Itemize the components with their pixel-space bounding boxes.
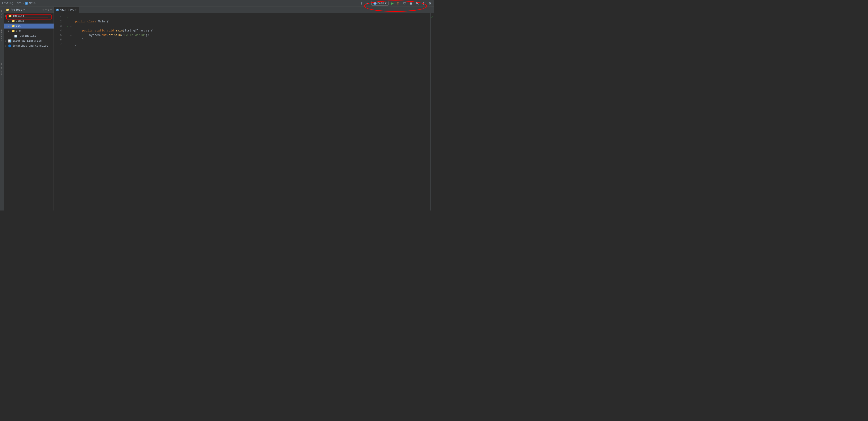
vcs-update-button[interactable]: ⬆ <box>360 1 364 6</box>
project-tab-label[interactable]: Project <box>0 7 4 19</box>
src-folder-icon: 📁 <box>11 29 15 33</box>
line-numbers: 1 2 3 4 5 6 7 <box>54 13 65 210</box>
run-configuration[interactable]: M Main ▼ <box>371 1 389 6</box>
tree-item-external-libs[interactable]: ▶ 📊 External Libraries <box>4 38 54 44</box>
project-tree: ▼ 📁 Testing ▶ 📁 .idea ▶ 📁 out <box>4 13 54 210</box>
iml-file-icon: 📄 <box>14 35 17 37</box>
bookmarks-tab-label[interactable]: Bookmarks <box>0 61 4 76</box>
breadcrumb-project[interactable]: Testing <box>2 2 13 5</box>
run-config-icon: M <box>373 2 377 5</box>
bookmark-gutter: ◇ ◇ <box>70 13 72 210</box>
java-tab-icon: M <box>56 8 59 11</box>
idea-arrow: ▶ <box>8 20 10 22</box>
scratches-label: Scratches and Consoles <box>12 45 48 48</box>
breadcrumb-file[interactable]: Main <box>29 2 35 5</box>
bm-1 <box>70 15 72 20</box>
src-label: src <box>16 29 21 33</box>
line-num-1: 1 <box>54 15 63 20</box>
tree-item-testing[interactable]: ▼ 📁 Testing <box>4 13 54 19</box>
line-num-3: 3 <box>54 24 63 29</box>
idea-folder-icon: 📁 <box>11 19 15 23</box>
bm-5: ◇ <box>70 33 72 37</box>
code-editor[interactable]: 1 2 3 4 5 6 7 ▶ ▶ ▶ ▶ ▶ ▶ ▶ <box>54 13 434 210</box>
line-num-5: 5 <box>54 33 63 37</box>
debug-button[interactable]: ⚙ <box>396 1 401 6</box>
out-arrow: ▶ <box>8 25 10 27</box>
src-arrow: ▶ <box>8 30 10 32</box>
side-panel-tabs: Project Structure Bookmarks <box>0 7 4 210</box>
out-label: out <box>16 24 21 28</box>
editor-tab-label: Main.java <box>60 8 74 11</box>
run-button[interactable]: ▶ <box>390 1 395 6</box>
folder-icon: 📁 <box>6 8 9 11</box>
testing-arrow: ▼ <box>5 15 7 18</box>
project-panel-title: Project <box>11 8 22 11</box>
project-panel: 📁 Project ▼ ⊕ ≡ ⚙ — ▼ 📁 Testing <box>4 7 54 210</box>
idea-label: .idea <box>16 20 24 23</box>
run-gutter: ▶ ▶ ▶ ▶ ▶ ▶ ▶ <box>65 13 70 210</box>
scroll-to-source-icon[interactable]: ⊕ <box>42 8 44 11</box>
testing-label: Testing <box>13 15 24 18</box>
stop-button[interactable]: ⏹ <box>408 1 413 6</box>
project-dropdown-icon: ▼ <box>23 8 25 11</box>
ext-libs-label: External Libraries <box>12 39 42 43</box>
breadcrumb-sep1: › <box>14 2 16 5</box>
right-gutter: ✓ <box>430 13 434 210</box>
editor-area: M Main.java ✕ 1 2 3 4 5 6 7 <box>54 7 434 210</box>
structure-tab-label[interactable]: Structure <box>0 28 4 43</box>
tree-item-scratches[interactable]: ▶ 🔵 Scratches and Consoles <box>4 44 54 49</box>
run-config-label: Main <box>377 2 384 5</box>
run-config-dropdown-icon: ▼ <box>385 2 386 5</box>
tab-close-icon[interactable]: ✕ <box>75 8 76 11</box>
ext-libs-icon: 📊 <box>8 39 11 43</box>
out-folder-icon: 📁 <box>11 24 15 28</box>
scratches-arrow: ▶ <box>5 45 7 47</box>
bm-7 <box>70 42 72 47</box>
bm-2 <box>70 20 72 24</box>
no-errors-icon: ✓ <box>431 15 433 20</box>
line-num-4: 4 <box>54 29 63 33</box>
collapse-all-icon[interactable]: ≡ <box>45 8 46 11</box>
top-bar: Testing › src › M Main ⬆ ↩ M Main ▼ ▶ ⚙ … <box>0 0 434 7</box>
breadcrumb-sep2: › <box>22 2 24 5</box>
tree-item-src[interactable]: ▶ 📁 src <box>4 29 54 33</box>
editor-tab-main[interactable]: M Main.java ✕ <box>54 7 79 13</box>
scratches-icon: 🔵 <box>8 45 11 48</box>
panel-settings-icon[interactable]: ⚙ <box>48 8 49 11</box>
testing-folder-icon: 📁 <box>8 14 12 18</box>
run-gutter-line3[interactable]: ▶ <box>65 24 70 29</box>
line-num-2: 2 <box>54 20 63 24</box>
panel-close-icon[interactable]: — <box>50 8 52 11</box>
bm-4 <box>70 29 72 33</box>
coverage-button[interactable]: 🛡 <box>402 1 407 6</box>
search-button[interactable]: 🔍 <box>414 1 420 6</box>
bm-6 <box>70 37 72 42</box>
line-num-7: 7 <box>54 42 63 47</box>
bm-3: ◇ <box>70 24 72 29</box>
breadcrumb-src[interactable]: src <box>17 2 22 5</box>
line-num-6: 6 <box>54 37 63 42</box>
main-file-icon: M <box>25 2 28 5</box>
tree-item-out[interactable]: ▶ 📁 out <box>4 24 54 29</box>
settings-button[interactable]: ⚙ <box>428 1 432 6</box>
panel-header-icons: ⊕ ≡ ⚙ — <box>42 8 52 11</box>
editor-tabs: M Main.java ✕ <box>54 7 434 13</box>
project-panel-header: 📁 Project ▼ ⊕ ≡ ⚙ — <box>4 7 54 13</box>
code-content[interactable]: public class Main { public static void m… <box>72 13 430 210</box>
run-gutter-line1[interactable]: ▶ <box>65 15 70 20</box>
tree-item-iml[interactable]: ▶ 📄 Testing.iml <box>4 33 54 38</box>
ext-libs-arrow: ▶ <box>5 39 7 42</box>
tree-item-idea[interactable]: ▶ 📁 .idea <box>4 19 54 24</box>
breadcrumb: Testing › src › M Main <box>2 2 35 5</box>
update-button[interactable]: ⬆ <box>422 1 426 6</box>
vcs-commit-button[interactable]: ↩ <box>366 1 370 6</box>
toolbar: ⬆ ↩ M Main ▼ ▶ ⚙ 🛡 ⏹ 🔍 ⬆ ⚙ <box>360 1 432 6</box>
iml-label: Testing.iml <box>18 34 36 37</box>
